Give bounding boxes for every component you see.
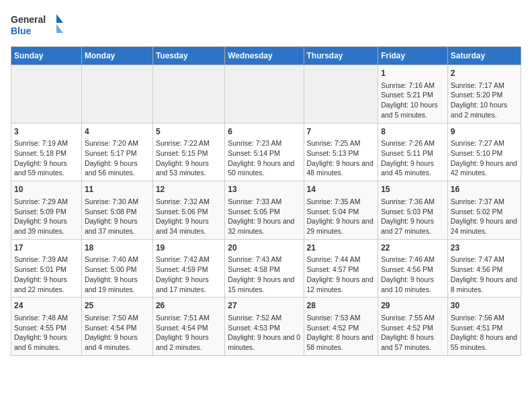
sunset-text: Sunset: 4:59 PM: [156, 265, 208, 273]
sunset-text: Sunset: 4:52 PM: [307, 324, 359, 332]
sunrise-text: Sunrise: 7:17 AM: [451, 81, 504, 89]
daylight-text: Daylight: 9 hours and 0 minutes.: [228, 333, 300, 351]
day-number: 1: [381, 68, 445, 79]
daylight-text: Daylight: 9 hours and 32 minutes.: [228, 217, 294, 235]
daylight-text: Daylight: 9 hours and 37 minutes.: [85, 217, 138, 235]
day-number: 22: [381, 242, 445, 254]
sunrise-text: Sunrise: 7:44 AM: [307, 255, 361, 263]
sunset-text: Sunset: 4:52 PM: [381, 324, 433, 332]
daylight-text: Daylight: 9 hours and 2 minutes.: [156, 333, 209, 351]
calendar-cell: 3Sunrise: 7:19 AMSunset: 5:18 PMDaylight…: [11, 123, 82, 181]
sunset-text: Sunset: 4:54 PM: [85, 324, 137, 332]
sunset-text: Sunset: 4:53 PM: [228, 324, 280, 332]
weekday-header: Tuesday: [152, 47, 224, 65]
sunrise-text: Sunrise: 7:43 AM: [228, 255, 281, 263]
calendar-cell: [304, 65, 378, 124]
daylight-text: Daylight: 9 hours and 15 minutes.: [228, 275, 294, 293]
sunset-text: Sunset: 5:21 PM: [381, 91, 433, 99]
daylight-text: Daylight: 9 hours and 8 minutes.: [451, 275, 517, 293]
sunset-text: Sunset: 5:14 PM: [228, 149, 280, 157]
sunrise-text: Sunrise: 7:32 AM: [156, 197, 210, 205]
sunrise-text: Sunrise: 7:27 AM: [451, 139, 504, 147]
sunset-text: Sunset: 5:17 PM: [85, 149, 137, 157]
daylight-text: Daylight: 9 hours and 12 minutes.: [307, 275, 373, 293]
calendar-cell: 29Sunrise: 7:55 AMSunset: 4:52 PMDayligh…: [378, 298, 448, 356]
sunrise-text: Sunrise: 7:26 AM: [381, 139, 435, 147]
calendar-cell: 11Sunrise: 7:30 AMSunset: 5:08 PMDayligh…: [81, 181, 152, 240]
calendar-week-row: 10Sunrise: 7:29 AMSunset: 5:09 PMDayligh…: [11, 181, 521, 240]
daylight-text: Daylight: 9 hours and 4 minutes.: [85, 333, 138, 351]
sunrise-text: Sunrise: 7:50 AM: [85, 314, 138, 322]
logo-svg: General Blue: [11, 11, 64, 41]
daylight-text: Daylight: 9 hours and 39 minutes.: [14, 217, 67, 235]
day-number: 14: [307, 184, 375, 195]
sunrise-text: Sunrise: 7:40 AM: [85, 255, 138, 263]
calendar-cell: 30Sunrise: 7:56 AMSunset: 4:51 PMDayligh…: [447, 298, 521, 356]
day-number: 18: [85, 242, 150, 254]
sunset-text: Sunset: 4:54 PM: [156, 324, 208, 332]
day-number: 26: [156, 300, 222, 312]
daylight-text: Daylight: 9 hours and 45 minutes.: [381, 159, 434, 177]
calendar-cell: 25Sunrise: 7:50 AMSunset: 4:54 PMDayligh…: [81, 298, 152, 356]
sunrise-text: Sunrise: 7:16 AM: [381, 81, 435, 89]
calendar-cell: [11, 65, 82, 124]
calendar-week-row: 17Sunrise: 7:39 AMSunset: 5:01 PMDayligh…: [11, 239, 521, 298]
sunrise-text: Sunrise: 7:52 AM: [228, 314, 281, 322]
day-number: 3: [14, 126, 79, 138]
sunrise-text: Sunrise: 7:29 AM: [14, 197, 68, 205]
daylight-text: Daylight: 9 hours and 27 minutes.: [381, 217, 434, 235]
day-number: 7: [307, 126, 375, 138]
day-number: 27: [228, 300, 300, 312]
calendar-cell: [81, 65, 152, 124]
day-number: 15: [381, 184, 445, 195]
sunset-text: Sunset: 4:51 PM: [451, 324, 503, 332]
calendar-cell: 8Sunrise: 7:26 AMSunset: 5:11 PMDaylight…: [378, 123, 448, 181]
day-number: 28: [307, 300, 375, 312]
sunset-text: Sunset: 5:11 PM: [381, 149, 433, 157]
day-number: 11: [85, 184, 150, 195]
daylight-text: Daylight: 9 hours and 50 minutes.: [228, 159, 294, 177]
sunrise-text: Sunrise: 7:33 AM: [228, 197, 281, 205]
sunset-text: Sunset: 5:20 PM: [451, 91, 503, 99]
sunrise-text: Sunrise: 7:47 AM: [451, 255, 504, 263]
day-number: 6: [228, 126, 300, 138]
day-number: 2: [451, 68, 518, 79]
day-number: 24: [14, 300, 79, 312]
daylight-text: Daylight: 9 hours and 19 minutes.: [85, 275, 138, 293]
day-number: 4: [85, 126, 150, 138]
calendar-cell: 24Sunrise: 7:48 AMSunset: 4:55 PMDayligh…: [11, 298, 82, 356]
daylight-text: Daylight: 9 hours and 59 minutes.: [14, 159, 67, 177]
svg-marker-3: [56, 24, 63, 33]
daylight-text: Daylight: 9 hours and 48 minutes.: [307, 159, 373, 177]
sunset-text: Sunset: 5:01 PM: [14, 265, 66, 273]
sunset-text: Sunset: 5:04 PM: [307, 208, 359, 216]
sunrise-text: Sunrise: 7:35 AM: [307, 197, 361, 205]
sunrise-text: Sunrise: 7:36 AM: [381, 197, 435, 205]
sunset-text: Sunset: 4:55 PM: [14, 324, 66, 332]
calendar-cell: 14Sunrise: 7:35 AMSunset: 5:04 PMDayligh…: [304, 181, 378, 240]
sunrise-text: Sunrise: 7:53 AM: [307, 314, 361, 322]
sunrise-text: Sunrise: 7:37 AM: [451, 197, 504, 205]
calendar-cell: [152, 65, 224, 124]
sunset-text: Sunset: 5:10 PM: [451, 149, 503, 157]
sunset-text: Sunset: 5:08 PM: [85, 208, 137, 216]
day-number: 5: [156, 126, 222, 138]
svg-marker-2: [56, 14, 63, 23]
sunset-text: Sunset: 5:05 PM: [228, 208, 280, 216]
calendar-cell: 12Sunrise: 7:32 AMSunset: 5:06 PMDayligh…: [152, 181, 224, 240]
calendar-cell: 16Sunrise: 7:37 AMSunset: 5:02 PMDayligh…: [447, 181, 521, 240]
day-number: 21: [307, 242, 375, 254]
calendar-cell: 21Sunrise: 7:44 AMSunset: 4:57 PMDayligh…: [304, 239, 378, 298]
calendar-cell: 1Sunrise: 7:16 AMSunset: 5:21 PMDaylight…: [378, 65, 448, 124]
sunrise-text: Sunrise: 7:55 AM: [381, 314, 435, 322]
calendar-week-row: 24Sunrise: 7:48 AMSunset: 4:55 PMDayligh…: [11, 298, 521, 356]
sunrise-text: Sunrise: 7:46 AM: [381, 255, 435, 263]
calendar-cell: 9Sunrise: 7:27 AMSunset: 5:10 PMDaylight…: [447, 123, 521, 181]
daylight-text: Daylight: 8 hours and 57 minutes.: [381, 333, 434, 351]
daylight-text: Daylight: 9 hours and 34 minutes.: [156, 217, 209, 235]
calendar-cell: 2Sunrise: 7:17 AMSunset: 5:20 PMDaylight…: [447, 65, 521, 124]
sunrise-text: Sunrise: 7:19 AM: [14, 139, 68, 147]
sunset-text: Sunset: 4:56 PM: [381, 265, 433, 273]
sunrise-text: Sunrise: 7:20 AM: [85, 139, 138, 147]
calendar-week-row: 3Sunrise: 7:19 AMSunset: 5:18 PMDaylight…: [11, 123, 521, 181]
